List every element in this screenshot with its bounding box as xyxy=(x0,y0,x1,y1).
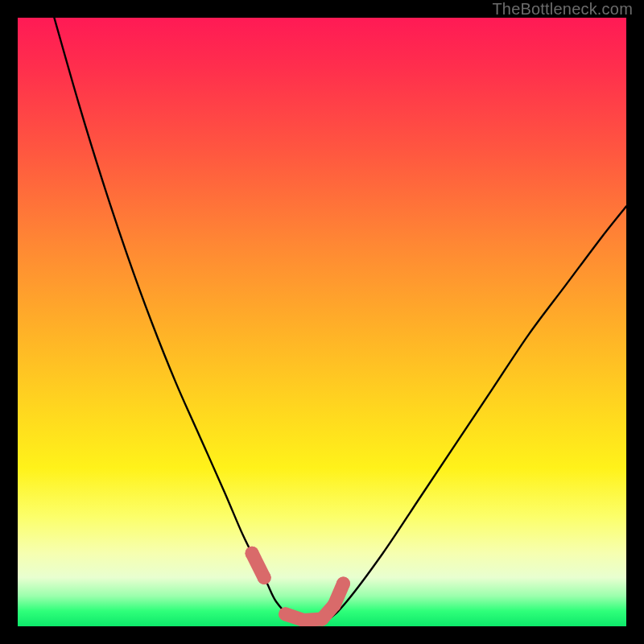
chart-svg xyxy=(18,18,626,626)
watermark-label: TheBottleneck.com xyxy=(492,0,633,19)
plot-area xyxy=(18,18,626,626)
outer-frame: TheBottleneck.com xyxy=(0,0,644,644)
marker-dot xyxy=(336,577,350,591)
sweet-spot-markers xyxy=(246,547,350,626)
bottleneck-curve xyxy=(54,18,626,621)
